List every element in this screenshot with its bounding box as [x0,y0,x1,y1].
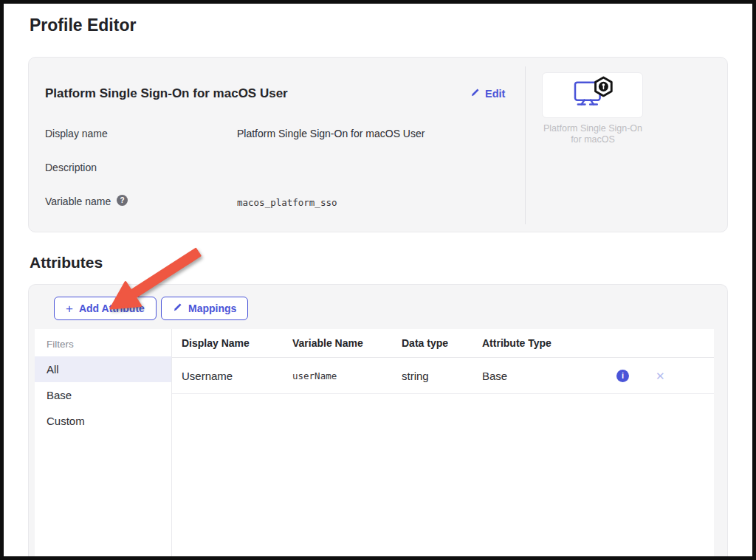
add-attribute-button-label: Add Attribute [79,303,145,314]
cell-variable-name: userName [292,370,402,381]
library-item-card [542,72,643,118]
table-header-row: Display Name Variable Name Data type Att… [172,329,714,358]
help-icon[interactable]: ? [117,195,128,206]
edit-button-label: Edit [485,88,505,100]
add-attribute-button[interactable]: + Add Attribute [54,297,157,320]
variable-name-label: Variable name [45,196,111,207]
table-row: Username userName string Base i ✕ [172,358,714,394]
profile-title: Platform Single Sign-On for macOS User [45,86,288,101]
mappings-button-label: Mappings [188,303,236,314]
library-item-caption: Platform Single Sign-On for macOS [510,123,676,145]
plus-icon: + [66,303,73,315]
profile-editor-screen: Profile Editor Platform Single Sign-On f… [0,0,756,560]
page-title: Profile Editor [30,15,136,35]
profile-summary-card: Platform Single Sign-On for macOS User E… [28,57,728,232]
info-icon[interactable]: i [616,370,629,382]
attributes-heading: Attributes [30,254,103,272]
cell-attribute-type: Base [482,370,615,382]
display-name-value: Platform Single Sign-On for macOS User [237,128,425,139]
filter-item-all[interactable]: All [35,356,171,382]
filter-item-custom[interactable]: Custom [35,408,171,434]
description-label: Description [45,162,97,173]
column-header-attribute-type: Attribute Type [482,337,615,349]
card-vertical-divider [525,66,526,224]
attributes-section: + Add Attribute Mappings Filters All Bas… [28,284,728,560]
edit-button[interactable]: Edit [470,88,505,100]
column-header-data-type: Data type [402,337,482,349]
cell-data-type: string [402,370,482,382]
platform-sso-monitor-shield-icon [569,76,616,114]
cell-display-name: Username [182,370,292,382]
display-name-label: Display name [45,128,108,139]
column-header-display-name: Display Name [182,337,292,349]
column-header-variable-name: Variable Name [292,337,402,349]
variable-name-value: macos_platform_sso [237,197,337,208]
filter-item-base[interactable]: Base [35,382,171,408]
mappings-button[interactable]: Mappings [161,297,248,320]
filters-label: Filters [35,329,171,356]
filters-panel: Filters All Base Custom [35,329,172,560]
pencil-icon [173,303,182,314]
close-icon[interactable]: ✕ [656,370,665,381]
library-item-caption-line2: for macOS [510,134,676,145]
pencil-icon [470,88,480,100]
attributes-table: Display Name Variable Name Data type Att… [172,329,714,560]
library-item-caption-line1: Platform Single Sign-On [510,123,676,134]
